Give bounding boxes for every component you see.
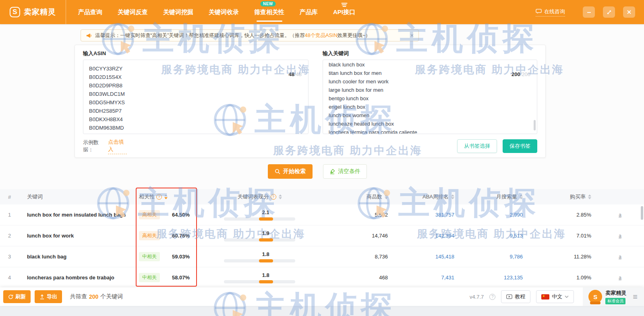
col-header-aba-rank[interactable]: ABA周排名 (393, 193, 459, 200)
sort-carets[interactable] (451, 194, 454, 199)
tutorial-button[interactable]: 教程 (501, 290, 530, 303)
amazon-link[interactable]: a (619, 212, 621, 218)
col-header-monthly-searches[interactable]: 月搜索量 (459, 193, 528, 200)
account-panel[interactable]: S 卖家精灵 标准会员 ≡ (583, 287, 644, 306)
window-close-button[interactable] (623, 6, 635, 18)
col-header-label: 相关性 (139, 193, 155, 200)
nav-keyword-index[interactable]: 关键词收录 (209, 0, 239, 24)
relevance-cell: 中相关 59.03% (136, 252, 197, 261)
clear-button[interactable]: 清空条件 (323, 164, 367, 179)
window-maximize-button[interactable] (603, 6, 615, 18)
amazon-link[interactable]: a (619, 275, 621, 281)
nav-product-query[interactable]: 产品查询 (78, 0, 102, 24)
keyword-cell: lunch box for men insulated lunch bags (16, 212, 136, 218)
language-select[interactable]: ★ 中文 (536, 290, 574, 303)
sample-fill-link[interactable]: 点击填入 (108, 138, 127, 154)
col-header-score[interactable]: 关键词表现分 ? (197, 193, 322, 200)
version-help-icon[interactable]: ? (489, 294, 495, 300)
menu-icon[interactable]: ≡ (633, 292, 638, 302)
sort-carets[interactable] (520, 194, 523, 199)
score-cell: 1.8 (197, 251, 322, 262)
bookmark-select-button[interactable]: 从书签选择 (457, 139, 497, 153)
products-count: 14,746 (322, 233, 393, 239)
export-button[interactable]: 导出 (35, 290, 62, 303)
clear-button-label: 清空条件 (338, 168, 360, 175)
aba-rank-link[interactable]: 381,757 (393, 212, 459, 218)
relevance-cell: 高相关 60.76% (136, 231, 197, 240)
notice-text-part: 温馨提示：一键实时筛查“高相关”关键词！帮您精准搭建核心词库，快人一步抢占流量。… (95, 33, 305, 38)
row-index: 2 (0, 233, 16, 239)
table-row: 2 lunch box for work 高相关 60.76% 1.9 14,7… (0, 225, 644, 246)
keyword-cell: black lunch bag (16, 254, 136, 260)
nav-keyword-reverse[interactable]: 关键词反查 (118, 0, 148, 24)
sort-carets[interactable] (588, 194, 591, 199)
nav-label: 产品库 (300, 8, 318, 16)
nav-relevance-check-active[interactable]: NEW 筛查相关性 (254, 0, 284, 24)
keywords-input[interactable]: black lunch box titan lunch box for men … (323, 60, 537, 134)
buy-rate: 2.85% (528, 212, 596, 218)
eraser-icon (329, 169, 335, 174)
nav-product-library[interactable]: 产品库 (300, 0, 318, 24)
asin-count-current: 48 (288, 71, 294, 77)
help-icon[interactable]: ? (271, 194, 276, 200)
help-icon[interactable]: ? (156, 194, 162, 200)
summary-count: 200 (89, 293, 98, 300)
sort-carets[interactable] (279, 194, 282, 199)
nav-label: API接口 (333, 8, 355, 16)
action-buttons: 开始检索 清空条件 (82, 164, 553, 179)
notice-text-part: 效果更佳哦~） (337, 33, 370, 38)
asin-input[interactable]: B0CYY33RZY B0D2D15S4X B0D2D9PRB8 B0D3WLD… (83, 60, 309, 134)
col-header-products[interactable]: 商品数 (322, 193, 393, 200)
footer-bar: 刷新 导出 共筛查 200 个关键词 v4.7.7 ? 教程 ★ 中文 (0, 287, 644, 306)
relevance-badge: 中相关 (139, 252, 160, 261)
keywords-scrollbar-thumb[interactable] (534, 120, 536, 130)
results-table: # 关键词 相关性 ? 关键词表现分 ? 商品数 ABA周排名 月搜索量 (0, 189, 644, 288)
amazon-link[interactable]: a (619, 233, 621, 239)
keywords-count-current: 200 (511, 71, 520, 77)
summary-suffix: 个关键词 (100, 293, 123, 300)
col-header-relevance[interactable]: 相关性 ? (136, 193, 197, 200)
window-minimize-button[interactable] (583, 6, 595, 18)
col-header-label: 商品数 (367, 193, 382, 200)
table-row: 4 loncheras para hombres de trabajo 中相关 … (0, 267, 644, 288)
relevance-badge: 中相关 (139, 273, 160, 282)
search-button[interactable]: 开始检索 (268, 164, 313, 179)
close-icon (627, 10, 632, 14)
table-header-row: # 关键词 相关性 ? 关键词表现分 ? 商品数 ABA周排名 月搜索量 (0, 189, 644, 204)
table-row: 3 black lunch bag 中相关 59.03% 1.8 8,736 1… (0, 246, 644, 267)
nav-api[interactable]: API接口 (333, 0, 355, 24)
amazon-link[interactable]: a (619, 254, 621, 260)
monthly-searches-link[interactable]: 9,786 (459, 254, 528, 260)
score-bar-track (224, 238, 295, 242)
aba-rank-link[interactable]: 142,394 (393, 233, 459, 239)
row-index: 1 (0, 212, 16, 218)
relevance-badge: 高相关 (139, 231, 160, 240)
buy-rate: 11.28% (528, 254, 596, 260)
account-name: 卖家精灵 (605, 290, 626, 296)
bookmark-save-button[interactable]: 保存书签 (503, 139, 537, 153)
aba-rank-link[interactable]: 7,431 (393, 275, 459, 281)
refresh-button[interactable]: 刷新 (3, 290, 31, 303)
brand-name: 卖家精灵 (24, 7, 56, 17)
sort-carets[interactable] (164, 194, 168, 199)
monthly-searches-link[interactable]: 9,513 (459, 233, 528, 239)
new-badge: NEW (260, 1, 276, 6)
china-flag-icon: ★ (541, 294, 549, 299)
col-header-keyword: 关键词 (16, 193, 136, 200)
notice-close-icon[interactable]: × (410, 33, 414, 38)
monthly-searches-link[interactable]: 2,990 (459, 212, 528, 218)
online-service-link[interactable]: 在线咨询 (536, 8, 565, 17)
logo-icon: S (10, 7, 20, 17)
chevron-down-icon (565, 295, 569, 298)
language-label: 中文 (552, 293, 562, 300)
page-scrollbar-thumb[interactable] (641, 206, 643, 220)
aba-rank-link[interactable]: 145,418 (393, 254, 459, 260)
col-header-buy-rate[interactable]: 购买率 (528, 193, 596, 200)
keywords-count-max: /200 (520, 71, 530, 77)
sort-carets[interactable] (385, 194, 388, 199)
input-card: 输入ASIN B0CYY33RZY B0D2D15S4X B0D2D9PRB8 … (75, 45, 546, 158)
nav-keyword-mining[interactable]: 关键词挖掘 (163, 0, 193, 24)
avatar[interactable]: S (588, 290, 602, 304)
relevance-percent: 59.03% (172, 254, 190, 260)
monthly-searches-link[interactable]: 123,135 (459, 275, 528, 281)
